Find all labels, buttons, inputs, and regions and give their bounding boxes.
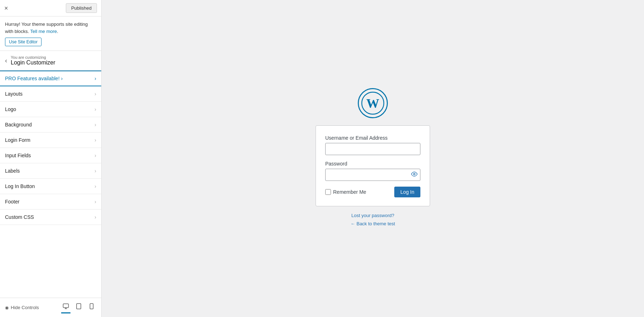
menu-item-labels[interactable]: Labels › bbox=[0, 163, 101, 179]
menu-item-logo-label: Logo bbox=[5, 106, 16, 112]
menu-item-input-fields[interactable]: Input Fields › bbox=[0, 148, 101, 163]
notification-banner: Hurray! Your theme supports site editing… bbox=[0, 16, 101, 51]
username-input[interactable] bbox=[325, 143, 420, 155]
menu-item-footer[interactable]: Footer › bbox=[0, 194, 101, 210]
menu-item-login-form-label: Login Form bbox=[5, 137, 30, 143]
chevron-right-icon: › bbox=[94, 214, 96, 220]
pro-chevron-icon: › bbox=[94, 76, 96, 81]
back-button[interactable]: ‹ bbox=[5, 57, 7, 64]
menu-item-logo[interactable]: Logo › bbox=[0, 102, 101, 117]
svg-text:W: W bbox=[366, 96, 379, 110]
menu-item-labels-label: Labels bbox=[5, 168, 20, 174]
password-label: Password bbox=[325, 161, 420, 167]
hide-controls-button[interactable]: ◉ Hide Controls bbox=[5, 305, 39, 310]
close-button[interactable]: × bbox=[4, 5, 8, 11]
menu-item-custom-css-label: Custom CSS bbox=[5, 214, 34, 220]
back-to-site-link[interactable]: ← Back to theme test bbox=[351, 221, 395, 226]
menu-item-layouts[interactable]: Layouts › bbox=[0, 86, 101, 102]
topbar: × Published bbox=[0, 0, 101, 16]
svg-point-10 bbox=[414, 173, 415, 175]
pro-banner[interactable]: PRO Features available! › › bbox=[0, 71, 101, 86]
lost-password-link[interactable]: Lost your password? bbox=[351, 213, 395, 218]
remember-login-row: Remember Me Log In bbox=[325, 187, 420, 197]
customizer-title: Login Customizer bbox=[11, 59, 55, 66]
password-input[interactable] bbox=[325, 169, 420, 181]
menu-item-footer-label: Footer bbox=[5, 199, 19, 205]
menu-item-custom-css[interactable]: Custom CSS › bbox=[0, 210, 101, 225]
mobile-icon[interactable] bbox=[87, 302, 96, 313]
use-site-editor-button[interactable]: Use Site Editor bbox=[5, 38, 42, 46]
menu-item-login-form[interactable]: Login Form › bbox=[0, 133, 101, 148]
remember-me-checkbox[interactable] bbox=[325, 189, 331, 195]
chevron-right-icon: › bbox=[94, 199, 96, 205]
published-button[interactable]: Published bbox=[66, 3, 97, 13]
you-are-label: You are customizing bbox=[11, 55, 55, 59]
below-card-links: Lost your password? ← Back to theme test bbox=[351, 213, 395, 229]
remember-me-label[interactable]: Remember Me bbox=[325, 189, 366, 195]
remember-me-text: Remember Me bbox=[333, 189, 366, 195]
toggle-password-button[interactable] bbox=[411, 171, 418, 179]
svg-rect-0 bbox=[63, 304, 69, 308]
menu-item-login-button-label: Log In Button bbox=[5, 183, 35, 189]
hide-controls-circle-icon: ◉ bbox=[5, 305, 9, 310]
chevron-right-icon: › bbox=[94, 183, 96, 189]
customizer-info: You are customizing Login Customizer bbox=[11, 55, 55, 66]
login-card: Username or Email Address Password Remem… bbox=[316, 125, 430, 206]
hide-controls-label: Hide Controls bbox=[11, 305, 39, 310]
menu-item-layouts-label: Layouts bbox=[5, 91, 23, 97]
chevron-right-icon: › bbox=[94, 91, 96, 97]
menu-item-background-label: Background bbox=[5, 122, 32, 128]
menu-list: Layouts › Logo › Background › Login Form… bbox=[0, 86, 101, 298]
password-field-wrap bbox=[325, 169, 420, 181]
device-icons bbox=[61, 302, 96, 313]
bottom-bar: ◉ Hide Controls bbox=[0, 298, 101, 317]
sidebar: × Published Hurray! Your theme supports … bbox=[0, 0, 102, 317]
username-label: Username or Email Address bbox=[325, 135, 420, 141]
wordpress-logo: W bbox=[358, 88, 388, 118]
preview-area: W Username or Email Address Password Rem… bbox=[102, 0, 644, 317]
menu-item-input-fields-label: Input Fields bbox=[5, 153, 31, 158]
customizer-header: ‹ You are customizing Login Customizer bbox=[0, 51, 101, 71]
menu-item-login-button[interactable]: Log In Button › bbox=[0, 179, 101, 194]
desktop-icon[interactable] bbox=[61, 302, 70, 313]
login-button[interactable]: Log In bbox=[394, 187, 420, 197]
chevron-right-icon: › bbox=[94, 122, 96, 128]
username-field-wrap: Username or Email Address bbox=[325, 135, 420, 155]
tablet-icon[interactable] bbox=[74, 302, 83, 313]
menu-item-background[interactable]: Background › bbox=[0, 117, 101, 133]
chevron-right-icon: › bbox=[94, 137, 96, 143]
pro-banner-label: PRO Features available! › bbox=[5, 76, 63, 81]
chevron-right-icon: › bbox=[94, 106, 96, 112]
chevron-right-icon: › bbox=[94, 153, 96, 158]
chevron-right-icon: › bbox=[94, 168, 96, 174]
tell-me-more-link[interactable]: Tell me more bbox=[30, 29, 57, 34]
